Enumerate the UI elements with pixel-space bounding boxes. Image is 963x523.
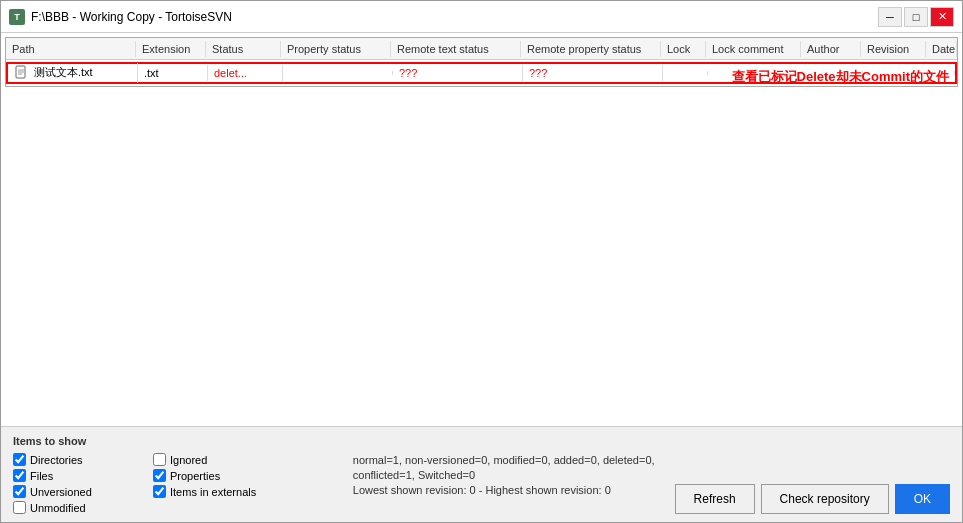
th-remoteprop: Remote property status	[521, 41, 661, 57]
th-ext: Extension	[136, 41, 206, 57]
window-controls: ─ □ ✕	[878, 7, 954, 27]
checkbox-directories[interactable]: Directories	[13, 453, 153, 466]
th-path: Path	[6, 41, 136, 57]
cb-properties[interactable]	[153, 469, 166, 482]
table-header: Path Extension Status Property status Re…	[6, 38, 957, 60]
stats-line2: conflicted=1, Switched=0	[353, 469, 655, 481]
cell-remoteprop: ???	[523, 65, 663, 81]
stats-line1: normal=1, non-versioned=0, modified=0, a…	[353, 454, 655, 466]
th-lock: Lock	[661, 41, 706, 57]
cb-unmodified-label: Unmodified	[30, 502, 86, 514]
th-author: Author	[801, 41, 861, 57]
items-to-show-label: Items to show	[13, 435, 333, 447]
refresh-button[interactable]: Refresh	[675, 484, 755, 514]
buttons-area: Refresh Check repository OK	[675, 435, 950, 514]
th-date: Date	[926, 41, 957, 57]
close-button[interactable]: ✕	[930, 7, 954, 27]
main-window: T F:\BBB - Working Copy - TortoiseSVN ─ …	[0, 0, 963, 523]
stats-area: normal=1, non-versioned=0, modified=0, a…	[353, 435, 655, 514]
checkbox-unmodified[interactable]: Unmodified	[13, 501, 153, 514]
cb-unversioned-label: Unversioned	[30, 486, 92, 498]
file-icon	[14, 65, 28, 79]
content-area: Path Extension Status Property status Re…	[1, 33, 962, 426]
checkbox-grid: Directories Ignored Files Properties Unv…	[13, 453, 333, 514]
th-remotetxt: Remote text status	[391, 41, 521, 57]
cell-status: delet...	[208, 65, 283, 81]
footer: Items to show Directories Ignored Files …	[1, 426, 962, 522]
cb-externals[interactable]	[153, 485, 166, 498]
cb-ignored-label: Ignored	[170, 454, 207, 466]
checkbox-properties[interactable]: Properties	[153, 469, 313, 482]
items-to-show-section: Items to show Directories Ignored Files …	[13, 435, 333, 514]
checkbox-externals[interactable]: Items in externals	[153, 485, 313, 498]
file-row-icon: 测试文本.txt	[14, 65, 93, 80]
title-bar: T F:\BBB - Working Copy - TortoiseSVN ─ …	[1, 1, 962, 33]
cb-directories-label: Directories	[30, 454, 83, 466]
table-wrapper: Path Extension Status Property status Re…	[1, 33, 962, 426]
cb-unversioned[interactable]	[13, 485, 26, 498]
cb-files-label: Files	[30, 470, 53, 482]
cb-files[interactable]	[13, 469, 26, 482]
check-repository-button[interactable]: Check repository	[761, 484, 889, 514]
minimize-button[interactable]: ─	[878, 7, 902, 27]
th-revision: Revision	[861, 41, 926, 57]
cb-properties-label: Properties	[170, 470, 220, 482]
cb-unmodified[interactable]	[13, 501, 26, 514]
ok-button[interactable]: OK	[895, 484, 950, 514]
cell-ext: .txt	[138, 65, 208, 81]
stats-line3: Lowest shown revision: 0 - Highest shown…	[353, 484, 655, 496]
cb-ignored[interactable]	[153, 453, 166, 466]
cell-propstatus	[283, 71, 393, 75]
checkbox-files[interactable]: Files	[13, 469, 153, 482]
app-icon: T	[9, 9, 25, 25]
cell-remotetxt: ???	[393, 65, 523, 81]
cell-path: 测试文本.txt	[8, 63, 138, 84]
maximize-button[interactable]: □	[904, 7, 928, 27]
cb-directories[interactable]	[13, 453, 26, 466]
file-table-container: Path Extension Status Property status Re…	[5, 37, 958, 87]
cell-lock	[663, 71, 708, 75]
window-title: F:\BBB - Working Copy - TortoiseSVN	[31, 10, 872, 24]
checkbox-ignored[interactable]: Ignored	[153, 453, 313, 466]
annotation-delete: 查看已标记Delete却未Commit的文件	[732, 68, 949, 86]
th-propstatus: Property status	[281, 41, 391, 57]
th-status: Status	[206, 41, 281, 57]
checkbox-unversioned[interactable]: Unversioned	[13, 485, 153, 498]
cb-externals-label: Items in externals	[170, 486, 256, 498]
th-lockcomment: Lock comment	[706, 41, 801, 57]
